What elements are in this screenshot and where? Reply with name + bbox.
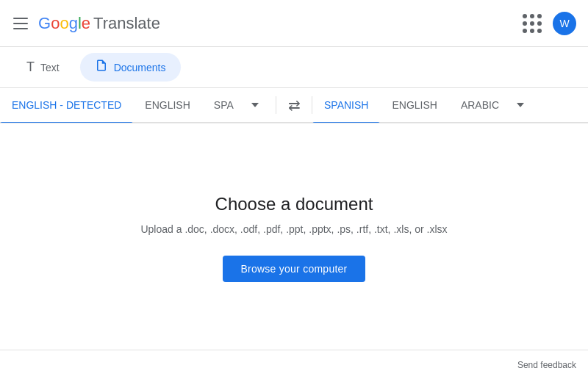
header: Google Translate W [0,0,588,47]
swap-icon: ⇄ [288,96,301,114]
tab-text-label: Text [40,62,60,73]
send-feedback-link[interactable]: Send feedback [517,360,576,370]
source-lang-dropdown[interactable] [245,87,265,123]
mode-tabs: T Text Documents [0,47,588,88]
tab-text[interactable]: T Text [12,54,74,81]
lang-spanish-tgt[interactable]: SPANISH [312,87,380,123]
chevron-down-icon-target [517,103,524,107]
lang-source: ENGLISH - DETECTED ENGLISH SPA [0,87,276,123]
lang-english-src[interactable]: ENGLISH [133,87,201,123]
apps-grid [523,14,542,33]
lang-english-tgt[interactable]: ENGLISH [380,87,448,123]
document-icon [95,59,108,76]
logo-google: Google [38,14,90,33]
header-right: W [517,9,576,38]
tab-documents[interactable]: Documents [80,53,181,82]
footer: Send feedback [0,350,588,379]
lang-english-detected[interactable]: ENGLISH - DETECTED [0,87,133,123]
text-icon: T [26,59,35,75]
target-lang-dropdown[interactable] [511,87,530,123]
swap-languages-button[interactable]: ⇄ [276,87,312,123]
avatar[interactable]: W [553,12,576,35]
main-content: Choose a document Upload a .doc, .docx, … [0,123,588,353]
lang-spanish-src[interactable]: SPA [202,87,245,123]
language-bar: ENGLISH - DETECTED ENGLISH SPA ⇄ SPANISH… [0,88,588,123]
lang-target: SPANISH ENGLISH ARABIC [312,87,588,123]
page-title: Choose a document [215,194,373,214]
chevron-down-icon [251,103,259,107]
menu-icon[interactable] [12,15,29,32]
logo-translate-text: Translate [93,14,160,33]
lang-arabic[interactable]: ARABIC [449,87,511,123]
header-left: Google Translate [12,14,160,33]
logo[interactable]: Google Translate [38,14,160,33]
upload-subtitle: Upload a .doc, .docx, .odf, .pdf, .ppt, … [140,223,447,235]
apps-icon[interactable] [517,9,547,38]
tab-documents-label: Documents [114,62,166,73]
browse-computer-button[interactable]: Browse your computer [223,256,365,282]
